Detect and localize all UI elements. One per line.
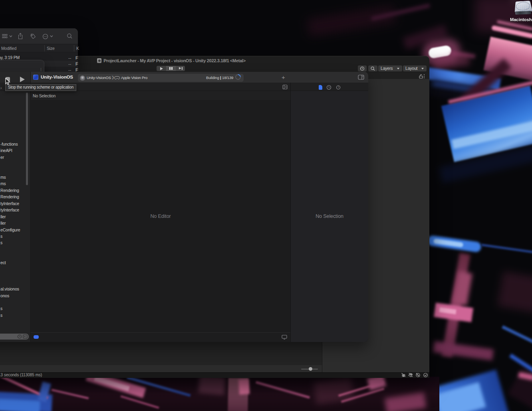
svg-text:?: ? — [337, 86, 339, 89]
